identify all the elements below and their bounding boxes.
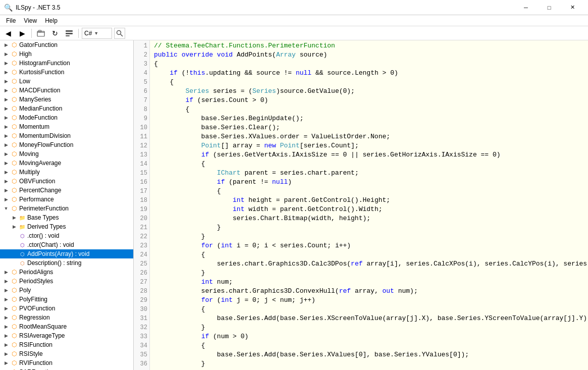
toggle-rsistyle[interactable]: ▶ — [2, 350, 10, 358]
tree-item-rsifunction[interactable]: ▶ ⬡ RSIFunction — [0, 340, 133, 349]
tree-item-sarfunction[interactable]: ▶ ⬡ SARFunction — [0, 367, 133, 370]
tree-item-basetypes[interactable]: ▶ 📁 Base Types — [0, 213, 133, 222]
tree-item-gatorfunction[interactable]: ▶ ⬡ GatorFunction — [0, 40, 133, 49]
refresh-button[interactable]: ↻ — [49, 28, 61, 39]
app-icon: 🔍 — [4, 4, 13, 12]
toggle-multiply[interactable]: ▶ — [2, 168, 10, 176]
close-button[interactable]: ✕ — [561, 0, 584, 15]
code-panel[interactable]: 1 2 3 4 5 6 7 8 9 10 11 12 13 14 15 16 1… — [134, 40, 588, 370]
toggle-moving[interactable]: ▶ — [2, 150, 10, 158]
toggle-regression[interactable]: ▶ — [2, 313, 10, 322]
toggle-rvifunction[interactable]: ▶ — [2, 359, 10, 367]
icon-low: ⬡ — [10, 77, 18, 85]
code-line-23: for (int i = 0; i < series.Count; i++) — [154, 241, 588, 250]
toggle-rootmeansquare[interactable]: ▶ — [2, 323, 10, 331]
tree-item-obv[interactable]: ▶ ⬡ OBVFunction — [0, 177, 133, 186]
tree-item-rsiaveragetype[interactable]: ▶ ⬡ RSIAverageType — [0, 331, 133, 340]
toggle-periodaligns[interactable]: ▶ — [2, 268, 10, 276]
tree-item-median[interactable]: ▶ ⬡ MedianFunction — [0, 104, 133, 113]
tree-item-regression[interactable]: ▶ ⬡ Regression — [0, 313, 133, 322]
search-button[interactable] — [114, 28, 125, 39]
tree-item-percentchange[interactable]: ▶ ⬡ PercentChange — [0, 186, 133, 195]
line-numbers: 1 2 3 4 5 6 7 8 9 10 11 12 13 14 15 16 1… — [134, 40, 150, 370]
toggle-rsifunction[interactable]: ▶ — [2, 341, 10, 349]
tree-item-ctor2[interactable]: ⬡ .ctor(Chart) : void — [0, 240, 133, 249]
toggle-macd[interactable]: ▶ — [2, 86, 10, 94]
toggle-polyfitting[interactable]: ▶ — [2, 295, 10, 303]
label-manyseries: ManySeries — [18, 96, 51, 103]
tree-item-high[interactable]: ▶ ⬡ High — [0, 49, 133, 59]
tree-item-low[interactable]: ▶ ⬡ Low — [0, 77, 133, 86]
tree-item-pvo[interactable]: ▶ ⬡ PVOFunction — [0, 304, 133, 313]
tree-item-derivedtypes[interactable]: ▶ 📁 Derived Types — [0, 222, 133, 231]
tree-item-histogramfunction[interactable]: ▶ ⬡ HistogramFunction — [0, 59, 133, 68]
toggle-performance[interactable]: ▶ — [2, 195, 10, 203]
toggle-moneyflow[interactable]: ▶ — [2, 141, 10, 149]
tree-item-macd[interactable]: ▶ ⬡ MACDFunction — [0, 86, 133, 95]
menu-file[interactable]: File — [2, 16, 20, 25]
tree-item-rsistyle[interactable]: ▶ ⬡ RSIStyle — [0, 349, 133, 358]
minimize-button[interactable]: ─ — [514, 0, 538, 15]
toggle-high[interactable]: ▶ — [2, 50, 10, 58]
label-rsiaveragetype: RSIAverageType — [18, 332, 65, 339]
toggle-movingaverage[interactable]: ▶ — [2, 159, 10, 167]
toggle-derivedtypes[interactable]: ▶ — [10, 223, 18, 231]
tree-item-periodaligns[interactable]: ▶ ⬡ PeriodAligns — [0, 268, 133, 277]
open-button[interactable] — [35, 28, 47, 39]
toggle-rsiaveragetype[interactable]: ▶ — [2, 332, 10, 340]
toggle-obv[interactable]: ▶ — [2, 177, 10, 185]
tree-item-ctor1[interactable]: ⬡ .ctor() : void — [0, 231, 133, 240]
toggle-mode[interactable]: ▶ — [2, 114, 10, 122]
tree-item-periodstyles[interactable]: ▶ ⬡ PeriodStyles — [0, 277, 133, 286]
navigate-button[interactable] — [63, 28, 75, 39]
tree-item-moneyflow[interactable]: ▶ ⬡ MoneyFlowFunction — [0, 140, 133, 149]
toggle-momentumdivision[interactable]: ▶ — [2, 132, 10, 140]
toggle-histogram[interactable]: ▶ — [2, 59, 10, 67]
tree-item-performance[interactable]: ▶ ⬡ Performance — [0, 195, 133, 204]
toolbar-separator-2 — [78, 29, 79, 38]
toggle-momentum[interactable]: ▶ — [2, 123, 10, 131]
toggle-perimeterfunction[interactable]: ▼ — [2, 204, 10, 213]
toggle-periodstyles[interactable]: ▶ — [2, 277, 10, 285]
toggle-low[interactable]: ▶ — [2, 77, 10, 85]
tree-item-rootmeansquare[interactable]: ▶ ⬡ RootMeanSquare — [0, 322, 133, 331]
toggle-pvo[interactable]: ▶ — [2, 304, 10, 312]
maximize-button[interactable]: □ — [538, 0, 561, 15]
tree-item-poly[interactable]: ▶ ⬡ Poly — [0, 286, 133, 295]
code-line-3: { — [154, 60, 588, 69]
icon-momentum: ⬡ — [10, 123, 18, 131]
code-line-31: base.Series.Add(base.Series.XScreenToVal… — [154, 314, 588, 323]
tree-item-multiply[interactable]: ▶ ⬡ Multiply — [0, 168, 133, 177]
tree-item-manyseries[interactable]: ▶ ⬡ ManySeries — [0, 95, 133, 104]
menu-help[interactable]: Help — [41, 16, 62, 25]
tree-item-kurtosis[interactable]: ▶ ⬡ KurtosisFunction — [0, 68, 133, 77]
icon-high: ⬡ — [10, 50, 18, 58]
toggle-median[interactable]: ▶ — [2, 104, 10, 113]
label-periodaligns: PeriodAligns — [18, 269, 53, 276]
tree-item-polyfitting[interactable]: ▶ ⬡ PolyFitting — [0, 295, 133, 304]
tree-item-momentum[interactable]: ▶ ⬡ Momentum — [0, 122, 133, 131]
tree-item-perimeterfunction[interactable]: ▼ ⬡ PerimeterFunction — [0, 204, 133, 213]
icon-momentumdivision: ⬡ — [10, 132, 18, 140]
menu-view[interactable]: View — [20, 16, 41, 25]
svg-rect-3 — [66, 33, 73, 34]
toggle-poly[interactable]: ▶ — [2, 286, 10, 294]
tree-item-movingaverage[interactable]: ▶ ⬡ MovingAverage — [0, 158, 133, 168]
toggle-manyseries[interactable]: ▶ — [2, 95, 10, 103]
tree-item-description[interactable]: ⬡ Description() : string — [0, 258, 133, 268]
tree-item-rvifunction[interactable]: ▶ ⬡ RVIFunction — [0, 358, 133, 367]
toggle-sarfunction[interactable]: ▶ — [2, 368, 10, 370]
sidebar-tree[interactable]: ▶ ⬡ GatorFunction ▶ ⬡ High ▶ ⬡ Histogram… — [0, 40, 134, 370]
toggle-percentchange[interactable]: ▶ — [2, 186, 10, 194]
toggle-kurtosis[interactable]: ▶ — [2, 68, 10, 76]
toggle-basetypes[interactable]: ▶ — [10, 214, 18, 222]
back-button[interactable]: ◀ — [2, 28, 14, 39]
tree-item-mode[interactable]: ▶ ⬡ ModeFunction — [0, 113, 133, 122]
icon-periodaligns: ⬡ — [10, 268, 18, 276]
forward-button[interactable]: ▶ — [16, 28, 28, 39]
toggle-gatorfunction[interactable]: ▶ — [2, 41, 10, 49]
tree-item-moving[interactable]: ▶ ⬡ Moving — [0, 149, 133, 158]
tree-item-addpoints[interactable]: ⬡ AddPoints(Array) : void — [0, 249, 133, 258]
tree-item-momentumdivision[interactable]: ▶ ⬡ MomentumDivision — [0, 131, 133, 140]
language-selector[interactable]: C# ▼ — [82, 28, 112, 39]
